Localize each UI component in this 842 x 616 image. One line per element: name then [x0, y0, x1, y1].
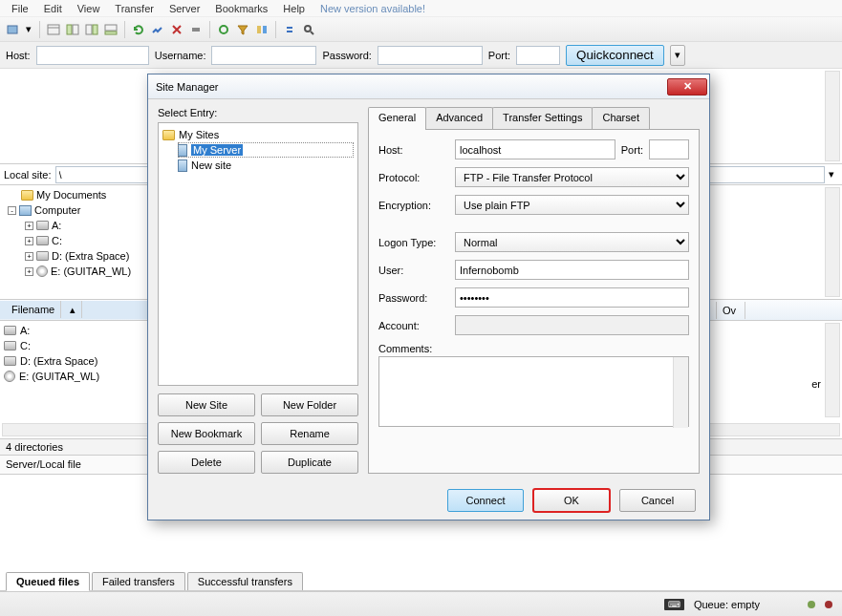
select-entry-label: Select Entry:: [158, 107, 358, 118]
new-bookmark-button[interactable]: New Bookmark: [158, 422, 255, 445]
server-icon: [178, 144, 187, 157]
comments-label: Comments:: [378, 343, 449, 354]
cancel-button[interactable]: Cancel: [619, 489, 696, 512]
account-label: Account:: [378, 320, 449, 331]
rename-button[interactable]: Rename: [261, 422, 358, 445]
new-folder-button[interactable]: New Folder: [261, 393, 358, 416]
tab-panel: Host: Port: Protocol: FTP - File Transfe…: [368, 129, 700, 474]
user-field[interactable]: [455, 260, 689, 280]
host-label: Host:: [378, 144, 449, 156]
dialog-titlebar[interactable]: Site Manager ✕: [148, 74, 709, 99]
entry-myserver[interactable]: My Server: [191, 144, 243, 156]
password-field[interactable]: [455, 287, 689, 308]
logontype-select[interactable]: Normal: [455, 232, 689, 252]
tab-advanced[interactable]: Advanced: [425, 107, 493, 130]
tab-general[interactable]: General: [368, 107, 426, 130]
entry-list[interactable]: My Sites My Server New site: [158, 122, 358, 386]
port-label: Port:: [621, 144, 643, 156]
protocol-label: Protocol:: [378, 172, 449, 183]
tab-charset[interactable]: Charset: [592, 107, 650, 130]
new-site-button[interactable]: New Site: [158, 393, 255, 416]
ok-button[interactable]: OK: [533, 489, 610, 512]
host-field[interactable]: [455, 139, 615, 159]
dialog-tabs: General Advanced Transfer Settings Chars…: [368, 107, 700, 130]
connect-button[interactable]: Connect: [447, 489, 524, 512]
account-field: [455, 315, 689, 335]
tab-transfer[interactable]: Transfer Settings: [492, 107, 593, 130]
user-label: User:: [378, 265, 449, 276]
port-field[interactable]: [649, 139, 689, 159]
close-button[interactable]: ✕: [667, 78, 707, 96]
folder-icon: [162, 130, 175, 140]
modal-overlay: Site Manager ✕ Select Entry: My Sites My…: [0, 0, 842, 616]
server-icon: [178, 159, 187, 172]
encryption-label: Encryption:: [378, 200, 449, 211]
delete-button[interactable]: Delete: [158, 451, 255, 474]
logontype-label: Logon Type:: [378, 237, 449, 248]
duplicate-button[interactable]: Duplicate: [261, 451, 358, 474]
dialog-title: Site Manager: [156, 81, 667, 93]
comments-field[interactable]: [378, 356, 689, 427]
password-label: Password:: [378, 292, 449, 304]
protocol-select[interactable]: FTP - File Transfer Protocol: [455, 167, 689, 187]
site-manager-dialog: Site Manager ✕ Select Entry: My Sites My…: [147, 74, 710, 520]
entry-mysites[interactable]: My Sites: [179, 129, 219, 140]
encryption-select[interactable]: Use plain FTP: [455, 195, 689, 215]
entry-newsite[interactable]: New site: [191, 159, 231, 171]
